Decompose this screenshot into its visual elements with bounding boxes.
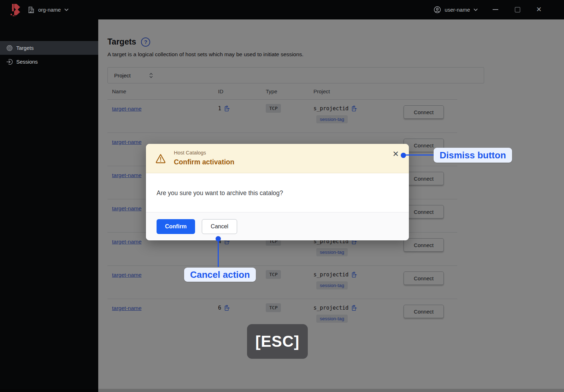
cancel-callout-line <box>218 241 219 267</box>
dialog-footer: Confirm Cancel <box>146 212 409 240</box>
dialog-tagline: Host Catalogs <box>174 150 234 156</box>
org-building-icon <box>28 6 35 13</box>
esc-key-badge: [ESC] <box>247 324 308 359</box>
dialog-header: Host Catalogs Confirm activation ✕ <box>146 144 409 173</box>
org-switcher[interactable]: org-name <box>28 0 69 19</box>
user-menu[interactable]: user-name <box>434 0 478 19</box>
user-avatar-icon <box>434 6 441 13</box>
window-bottom-edge <box>0 389 564 392</box>
dismiss-callout-label: Dismiss button <box>434 148 512 163</box>
sidebar-item-sessions[interactable]: Sessions <box>0 55 98 69</box>
sessions-icon <box>6 59 13 65</box>
dialog-close-icon[interactable]: ✕ <box>393 150 399 159</box>
org-name-label: org-name <box>38 7 61 13</box>
target-icon <box>6 45 13 51</box>
dismiss-callout-line <box>403 154 434 156</box>
dialog-title: Confirm activation <box>174 158 234 166</box>
minimize-button[interactable] <box>493 9 498 10</box>
dialog-body-text: Are you sure you want to archive this ca… <box>146 173 409 212</box>
cancel-button[interactable]: Cancel <box>202 219 237 234</box>
user-name-label: user-name <box>445 7 470 13</box>
sidebar: Targets Sessions <box>0 19 98 392</box>
window-close-button[interactable]: ✕ <box>536 5 542 14</box>
sidebar-item-label: Sessions <box>16 59 38 65</box>
sidebar-item-label: Targets <box>16 45 34 51</box>
topbar: org-name user-name ✕ <box>0 0 564 19</box>
chevron-down-icon <box>64 8 69 11</box>
confirm-dialog: Host Catalogs Confirm activation ✕ Are y… <box>146 144 409 240</box>
boundary-logo-icon <box>9 3 23 18</box>
sidebar-item-targets[interactable]: Targets <box>0 41 98 55</box>
chevron-down-icon <box>474 8 478 11</box>
warning-icon <box>155 153 166 166</box>
maximize-button[interactable] <box>515 7 520 12</box>
cancel-callout-label: Cancel action <box>184 268 256 282</box>
cancel-callout-dot <box>216 236 221 241</box>
confirm-button[interactable]: Confirm <box>157 219 195 234</box>
